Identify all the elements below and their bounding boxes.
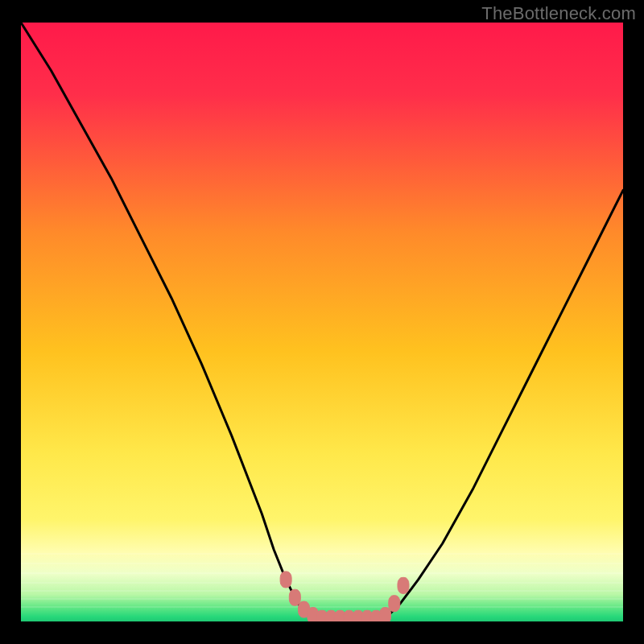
gradient-background (21, 23, 623, 621)
marker-dot (398, 577, 409, 593)
bottleneck-chart (21, 23, 623, 621)
chart-frame: TheBottleneck.com (0, 0, 644, 644)
watermark-text: TheBottleneck.com (481, 3, 636, 24)
marker-dot (289, 589, 300, 605)
marker-dot (280, 572, 291, 588)
marker-dot (380, 608, 391, 621)
marker-dot (389, 596, 400, 612)
